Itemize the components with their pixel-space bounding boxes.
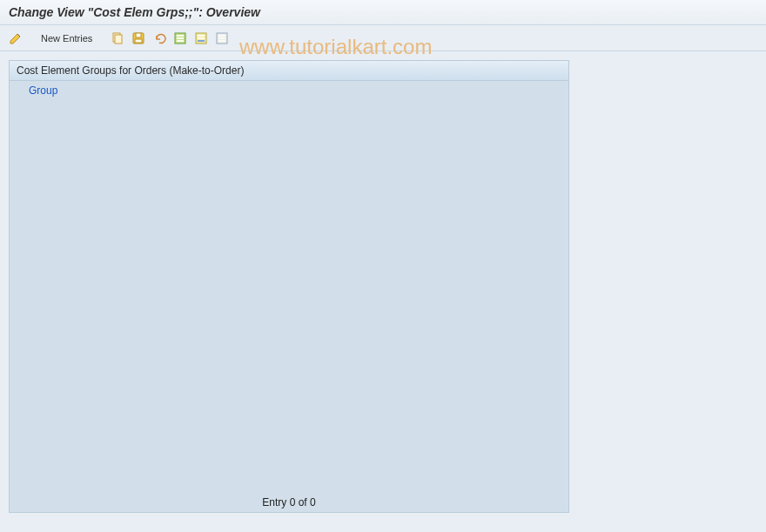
svg-rect-8 [177,40,184,42]
select-block-icon[interactable] [192,30,210,47]
panel-header: Cost Element Groups for Orders (Make-to-… [10,61,568,81]
svg-rect-14 [218,35,225,37]
panel-footer: Entry 0 of 0 [10,493,568,512]
table-panel: Cost Element Groups for Orders (Make-to-… [9,60,569,513]
page-title: Change View "Cost Elem Grps;;": Overview [9,5,757,19]
svg-rect-1 [115,35,122,44]
svg-rect-4 [135,39,142,43]
new-entries-button[interactable]: New Entries [35,30,98,46]
panel-body: Group [10,81,568,493]
deselect-icon[interactable] [213,30,231,47]
select-all-icon[interactable] [171,30,189,47]
svg-rect-10 [198,35,205,37]
undo-icon[interactable] [151,30,168,47]
title-bar: Change View "Cost Elem Grps;;": Overview [0,0,766,25]
content-area: Cost Element Groups for Orders (Make-to-… [0,51,766,522]
svg-rect-12 [198,40,205,42]
svg-rect-7 [177,37,184,39]
change-icon[interactable] [7,30,24,47]
svg-rect-15 [218,37,225,39]
svg-rect-16 [218,40,225,42]
column-header-group[interactable]: Group [29,84,57,97]
svg-rect-3 [136,33,141,37]
svg-rect-6 [177,35,184,37]
toolbar: New Entries [0,25,766,51]
copy-icon[interactable] [109,30,126,47]
save-icon[interactable] [130,30,147,47]
svg-rect-11 [198,37,205,39]
